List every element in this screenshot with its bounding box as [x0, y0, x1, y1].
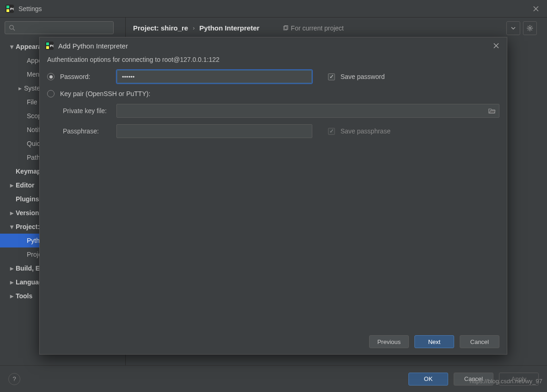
browse-file-button[interactable]: [485, 104, 499, 117]
pycharm-icon: PC: [6, 5, 14, 13]
keypair-radio-label: Key pair (OpenSSH or PuTTY):: [60, 90, 150, 97]
ok-button[interactable]: OK: [408, 373, 448, 386]
private-key-label: Private key file:: [63, 107, 111, 115]
passphrase-input[interactable]: [116, 124, 312, 138]
breadcrumb-page: Python Interpreter: [200, 24, 260, 32]
breadcrumb-project: Project: shiro_re: [133, 24, 188, 32]
next-button[interactable]: Next: [414, 335, 454, 348]
svg-point-8: [529, 27, 531, 29]
dialog-footer: Previous Next Cancel: [40, 329, 507, 354]
gear-icon: [527, 25, 533, 31]
svg-line-5: [13, 29, 15, 30]
settings-search-input[interactable]: [5, 21, 114, 34]
save-password-checkbox[interactable]: [328, 73, 335, 80]
dialog-cancel-button[interactable]: Cancel: [460, 335, 499, 348]
save-password-label: Save password: [340, 73, 385, 80]
svg-line-13: [528, 26, 529, 27]
folder-open-icon: [488, 108, 496, 114]
search-icon: [9, 24, 15, 31]
save-passphrase-label: Save passphrase: [340, 127, 390, 135]
help-button[interactable]: ?: [8, 373, 20, 385]
keypair-radio[interactable]: [47, 90, 55, 97]
breadcrumb-hint: For current project: [283, 24, 344, 32]
interpreter-settings-button[interactable]: [523, 21, 537, 35]
dialog-titlebar: PC Add Python Interpreter: [40, 37, 507, 54]
auth-description: Authentication options for connecting to…: [47, 56, 499, 63]
private-key-input[interactable]: [116, 104, 499, 118]
svg-point-4: [10, 25, 13, 29]
breadcrumb-separator: ›: [193, 24, 194, 31]
settings-title: Settings: [18, 5, 42, 12]
interpreter-dropdown-button[interactable]: [506, 21, 520, 35]
svg-line-15: [531, 26, 532, 27]
svg-text:PC: PC: [50, 44, 54, 48]
chevron-down-icon: [511, 26, 516, 30]
add-interpreter-dialog: PC Add Python Interpreter Authentication…: [39, 37, 507, 355]
dialog-body: Authentication options for connecting to…: [40, 54, 507, 329]
settings-titlebar: PC Settings: [0, 0, 547, 18]
watermark: https://blog.csdn.net/wy_97: [469, 378, 542, 385]
previous-button[interactable]: Previous: [369, 335, 409, 348]
dialog-title: Add Python Interpreter: [58, 42, 128, 50]
pycharm-icon: PC: [45, 42, 54, 50]
breadcrumb: Project: shiro_re › Python Interpreter F…: [126, 18, 547, 38]
settings-close-icon[interactable]: [530, 3, 541, 14]
passphrase-label: Passphrase:: [63, 127, 111, 135]
save-passphrase-checkbox: [328, 128, 335, 135]
password-radio-label: Password:: [60, 73, 111, 80]
password-radio[interactable]: [47, 73, 55, 80]
settings-footer: ? OK Cancel Apply: [0, 365, 547, 392]
svg-rect-1: [6, 6, 9, 8]
svg-rect-19: [46, 46, 49, 49]
svg-line-14: [531, 29, 532, 30]
svg-text:PC: PC: [10, 7, 14, 11]
svg-line-16: [528, 29, 529, 30]
password-input[interactable]: [116, 70, 312, 84]
svg-rect-2: [6, 9, 9, 12]
svg-rect-18: [46, 42, 49, 45]
copy-icon: [283, 25, 288, 31]
dialog-close-icon[interactable]: [491, 41, 501, 51]
